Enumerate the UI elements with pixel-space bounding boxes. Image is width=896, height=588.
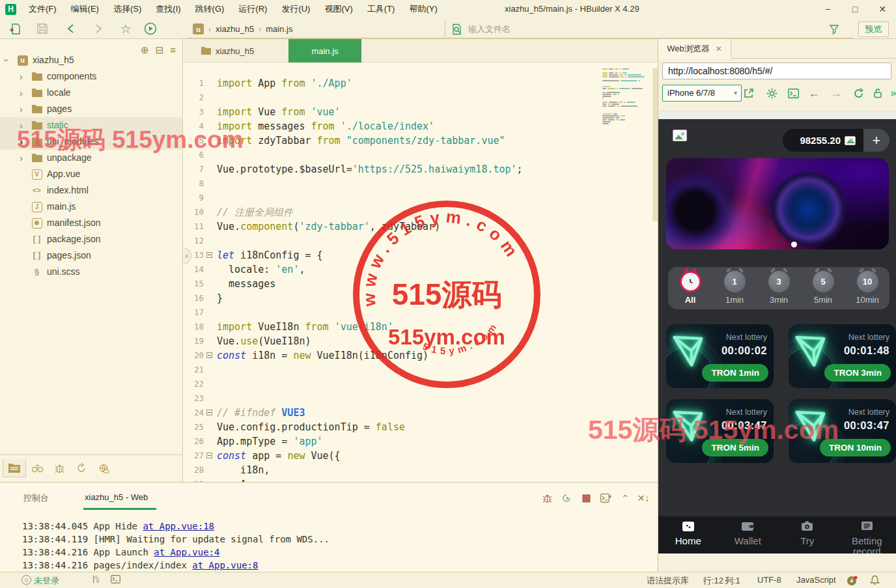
chevron-expanded-icon[interactable]: › [0,59,15,62]
filter-1min[interactable]: 11min [712,271,757,309]
breadcrumb-project[interactable]: xiazhu_h5 [216,24,254,34]
menu-item[interactable]: 文件(F) [21,0,64,18]
fold-marker-icon[interactable] [206,352,212,358]
maximize-button[interactable]: □ [841,0,869,18]
menu-item[interactable]: 视图(V) [317,0,359,18]
tree-item-package-json[interactable]: [ ]package.json [0,231,182,247]
menu-item[interactable]: 选择(S) [106,0,148,18]
minimize-button[interactable]: − [814,0,841,18]
tree-item-pages[interactable]: ›pages [0,101,182,117]
tree-item-uni-scss[interactable]: §uni.scss [0,264,182,280]
tree-item-pages-json[interactable]: [ ]pages.json [0,247,182,264]
tree-item-static[interactable]: ›static [0,117,182,133]
tab-web-console[interactable]: xiazhu_h5 - Web [85,492,148,502]
collapse-panel-icon[interactable]: ⌃ [619,492,632,505]
tree-item-manifest-json[interactable]: ✹manifest.json [0,215,182,231]
lottery-card[interactable]: Next lottery00:01:48TRON 3min [789,324,896,388]
search-input[interactable] [468,24,829,34]
tab-console[interactable]: 控制台 [23,492,49,504]
lottery-type-pill[interactable]: TRON 10min [820,439,891,456]
close-tab-icon[interactable]: ✕ [716,44,722,53]
menu-item[interactable]: 运行(R) [231,0,274,18]
filter-funnel-icon[interactable] [829,24,839,35]
save-icon[interactable] [35,21,49,36]
phone-tab-home[interactable]: Home [658,516,718,553]
filter-5min[interactable]: 55min [801,271,845,309]
clear-console-icon[interactable]: ✕↓ [637,492,650,505]
phone-tab-try[interactable]: Try [777,516,837,553]
lottery-type-pill[interactable]: TRON 5min [702,439,768,456]
url-bar[interactable]: http://localhost:8080/h5/#/ [662,63,891,79]
chevron-collapsed-icon[interactable]: › [20,68,23,85]
tree-item-App-vue[interactable]: VApp.vue [0,166,182,182]
restart-icon[interactable] [560,492,573,505]
tree-item-components[interactable]: ›components [0,68,182,85]
chevron-collapsed-icon[interactable]: › [20,101,23,117]
update-download-icon[interactable] [847,575,858,588]
line-indicator[interactable]: 行:12 [703,575,723,587]
open-external-icon[interactable] [742,87,756,100]
editor-tab-mainjs[interactable]: main.js [288,39,361,63]
carousel-banner[interactable] [666,158,889,249]
new-terminal-icon[interactable] [599,492,612,505]
device-selector[interactable]: iPhone 6/7/8 ▾ [662,85,742,102]
phone-tab-wallet[interactable]: Wallet [718,516,778,553]
filter-10min[interactable]: 1010min [845,271,889,309]
new-file-icon[interactable] [8,21,22,36]
log-source-link[interactable]: at App.vue:18 [143,521,214,531]
chevron-collapsed-icon[interactable]: › [20,133,23,150]
lottery-card[interactable]: Next lottery00:00:02TRON 1min [666,324,774,388]
browser-forward-icon[interactable]: → [829,87,843,100]
lottery-card[interactable]: Next lottery00:03:47TRON 10min [789,399,896,463]
tab-cloud-icon[interactable] [94,459,113,477]
menu-item[interactable]: 查找(I) [148,0,188,18]
notification-bell-icon[interactable] [870,575,880,587]
close-button[interactable]: ✕ [869,0,896,18]
tree-item-project[interactable]: ›uxiazhu_h5 [0,52,182,68]
more-tools-icon[interactable]: » [886,87,896,100]
user-icon[interactable]: ☺ [21,575,31,585]
outline-list-icon[interactable] [93,575,103,585]
tree-item-index-html[interactable]: <>index.html [0,182,182,199]
console-terminal-icon[interactable] [786,87,800,100]
chevron-collapsed-icon[interactable]: › [20,85,23,101]
fold-marker-icon[interactable] [206,252,212,258]
tab-debug-icon[interactable] [49,459,69,477]
lottery-type-pill[interactable]: TRON 3min [824,364,891,382]
column-indicator[interactable]: 列:1 [725,575,740,587]
lock-icon[interactable] [871,87,885,100]
browser-back-icon[interactable]: ← [807,87,821,100]
editor-scrollbar[interactable] [652,68,658,221]
back-icon[interactable] [64,21,78,36]
bookmark-star-icon[interactable]: ☆ [119,21,133,36]
code-editor[interactable]: xiazhu_h5 main.js 1import App from './Ap… [183,39,658,482]
lottery-card[interactable]: Next lottery00:03:47TRON 5min [666,399,774,463]
syntax-lib-status[interactable]: 语法提示库 [647,575,689,587]
menu-item[interactable]: 发行(U) [274,0,317,18]
tree-item-locale[interactable]: ›locale [0,85,182,101]
tab-search-icon[interactable] [27,459,47,477]
breadcrumb-file[interactable]: main.js [266,24,292,34]
preview-button[interactable]: 预览 [858,21,889,37]
browser-refresh-icon[interactable] [851,87,865,100]
tab-refresh-icon[interactable] [72,459,91,477]
forward-icon[interactable] [91,21,105,36]
fold-marker-icon[interactable] [206,453,212,458]
terminal-status-icon[interactable] [111,575,120,585]
menu-item[interactable]: 编辑(E) [64,0,106,18]
tree-item-unpackage[interactable]: ›unpackage [0,150,182,166]
chevron-collapsed-icon[interactable]: › [20,150,23,166]
log-source-link[interactable]: at App.vue:4 [154,547,219,557]
chevron-collapsed-icon[interactable]: › [20,117,23,133]
run-icon[interactable] [143,21,158,36]
filter-all[interactable]: All [668,271,712,309]
encoding-indicator[interactable]: UTF-8 [757,575,781,585]
debug-bug-icon[interactable] [540,492,553,505]
tree-item-uni_modules[interactable]: ›uni_modules [0,133,182,150]
deposit-plus-button[interactable]: + [863,129,889,152]
menu-item[interactable]: 工具(T) [360,0,402,18]
fold-marker-icon[interactable] [206,410,212,415]
tree-item-main-js[interactable]: Jmain.js [0,199,182,215]
phone-tab-record[interactable]: Betting record [837,516,896,553]
lottery-type-pill[interactable]: TRON 1min [702,364,768,382]
